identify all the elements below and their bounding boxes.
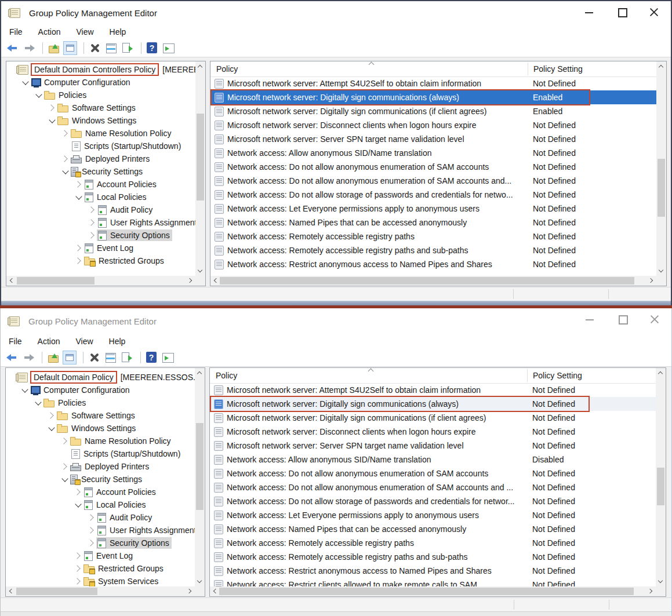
expander-icon[interactable]	[34, 90, 43, 100]
policy-row[interactable]: Microsoft network server: Attempt S4U2Se…	[210, 76, 656, 90]
scroll-left-icon[interactable]	[210, 276, 220, 286]
tree-item[interactable]: Policies	[6, 396, 195, 409]
tree-item[interactable]: Security Settings	[6, 473, 195, 486]
menu-action[interactable]: Action	[38, 337, 60, 346]
scroll-up-icon[interactable]	[195, 61, 205, 71]
policy-row[interactable]: Network access: Do not allow anonymous e…	[210, 480, 656, 494]
tree-item[interactable]: Audit Policy	[6, 511, 195, 524]
menu-action[interactable]: Action	[38, 27, 61, 37]
policy-row[interactable]: Microsoft network server: Attempt S4U2Se…	[210, 383, 656, 397]
expander-icon[interactable]	[47, 411, 56, 420]
policy-row[interactable]: Microsoft network server: Server SPN tar…	[210, 439, 656, 453]
policy-row[interactable]: Network access: Remotely accessible regi…	[210, 536, 656, 550]
maximize-icon[interactable]	[606, 1, 638, 24]
minimize-icon[interactable]	[574, 308, 606, 334]
expander-icon[interactable]	[74, 487, 83, 497]
expander-icon[interactable]	[61, 154, 70, 163]
expander-icon[interactable]	[48, 116, 57, 125]
expander-icon[interactable]	[61, 167, 70, 176]
scrollbar-thumb[interactable]	[197, 114, 204, 201]
new-window-icon[interactable]	[161, 351, 175, 365]
scroll-right-icon[interactable]	[186, 276, 195, 286]
policy-row[interactable]: Network access: Restrict anonymous acces…	[210, 564, 656, 578]
tree-item[interactable]: Scripts (Startup/Shutdown)	[6, 140, 195, 152]
expander-icon[interactable]	[74, 564, 83, 573]
scrollbar-thumb[interactable]	[16, 588, 97, 595]
delete-icon[interactable]	[88, 41, 102, 55]
tree-item[interactable]: Policies	[6, 89, 195, 101]
scroll-right-icon[interactable]	[646, 276, 656, 286]
help-icon[interactable]	[145, 351, 159, 365]
column-divider[interactable]	[528, 63, 528, 75]
policy-row[interactable]: Microsoft network server: Digitally sign…	[210, 397, 656, 411]
tree-horizontal-scrollbar[interactable]	[6, 276, 195, 286]
tree-item[interactable]: Deployed Printers	[6, 152, 195, 165]
menu-file[interactable]: File	[9, 337, 22, 346]
expander-icon[interactable]	[87, 513, 96, 522]
back-icon[interactable]	[6, 41, 20, 55]
tree-item[interactable]: Audit Policy	[6, 203, 195, 216]
tree-item[interactable]: User Rights Assignment	[6, 524, 195, 537]
expander-icon[interactable]	[88, 231, 97, 240]
policy-row[interactable]: Network access: Do not allow storage of …	[210, 494, 656, 508]
policy-row[interactable]: Network access: Restrict anonymous acces…	[210, 257, 656, 271]
scrollbar-thumb[interactable]	[220, 277, 634, 285]
expander-icon[interactable]	[74, 500, 83, 509]
close-icon[interactable]	[638, 1, 671, 24]
list-horizontal-scrollbar[interactable]	[210, 586, 656, 596]
tree-item[interactable]: Default Domain Policy [MEEREEN.ESSOS.LOC	[6, 371, 195, 384]
minimize-icon[interactable]	[573, 1, 606, 24]
properties-icon[interactable]	[104, 351, 118, 365]
delete-icon[interactable]	[88, 351, 101, 365]
tree-item[interactable]: Security Settings	[6, 165, 195, 178]
title-bar[interactable]: Group Policy Management Editor	[1, 1, 671, 24]
menu-help[interactable]: Help	[109, 337, 126, 346]
policy-row[interactable]: Network access: Allow anonymous SID/Name…	[210, 453, 656, 466]
tree-item[interactable]: Event Log	[6, 549, 195, 562]
scroll-right-icon[interactable]	[185, 586, 195, 596]
tree-item[interactable]: Restricted Groups	[6, 562, 195, 575]
policy-row[interactable]: Microsoft network server: Digitally sign…	[210, 90, 656, 104]
scroll-down-icon[interactable]	[656, 266, 666, 276]
tree-item[interactable]: Account Policies	[6, 178, 195, 191]
expander-icon[interactable]	[60, 475, 70, 484]
tree-item[interactable]: System Services	[6, 575, 195, 586]
expander-icon[interactable]	[87, 526, 96, 535]
forward-icon[interactable]	[21, 351, 35, 365]
scroll-up-icon[interactable]	[195, 368, 205, 378]
tree-item[interactable]: Deployed Printers	[6, 460, 195, 473]
column-header-policy[interactable]: Policy	[216, 64, 238, 74]
back-icon[interactable]	[5, 351, 19, 365]
expander-icon[interactable]	[48, 103, 57, 112]
policy-row[interactable]: Network access: Let Everyone permissions…	[210, 202, 656, 216]
scroll-left-icon[interactable]	[210, 586, 220, 596]
show-console-tree-icon[interactable]	[63, 41, 77, 55]
list-vertical-scrollbar[interactable]	[656, 61, 666, 276]
tree-vertical-scrollbar[interactable]	[195, 368, 205, 586]
column-divider[interactable]	[527, 369, 528, 382]
list-horizontal-scrollbar[interactable]	[210, 276, 656, 286]
scroll-down-icon[interactable]	[656, 577, 666, 586]
properties-icon[interactable]	[104, 41, 118, 55]
close-icon[interactable]	[639, 308, 671, 334]
scrollbar-thumb[interactable]	[657, 468, 664, 505]
tree-item[interactable]: Scripts (Startup/Shutdown)	[6, 447, 195, 460]
show-console-tree-icon[interactable]	[63, 351, 77, 365]
policy-row[interactable]: Network access: Remotely accessible regi…	[210, 229, 656, 243]
menu-help[interactable]: Help	[110, 27, 126, 37]
policy-row[interactable]: Microsoft network server: Server SPN tar…	[210, 132, 656, 146]
expander-icon[interactable]	[61, 129, 70, 138]
expander-icon[interactable]	[20, 385, 30, 395]
policy-row[interactable]: Network access: Do not allow anonymous e…	[210, 160, 656, 174]
tree-item[interactable]: Local Policies	[6, 191, 195, 203]
scrollbar-thumb[interactable]	[658, 159, 665, 217]
tree-item[interactable]: User Rights Assignment	[6, 216, 195, 229]
policy-row[interactable]: Network access: Named Pipes that can be …	[210, 522, 656, 536]
policy-row[interactable]: Microsoft network server: Disconnect cli…	[210, 118, 656, 132]
scrollbar-thumb[interactable]	[17, 277, 95, 285]
forward-icon[interactable]	[22, 41, 36, 55]
up-one-level-icon[interactable]	[47, 41, 61, 55]
tree-item[interactable]: Security Options	[6, 537, 195, 549]
export-list-icon[interactable]	[120, 351, 134, 365]
menu-file[interactable]: File	[9, 27, 23, 37]
